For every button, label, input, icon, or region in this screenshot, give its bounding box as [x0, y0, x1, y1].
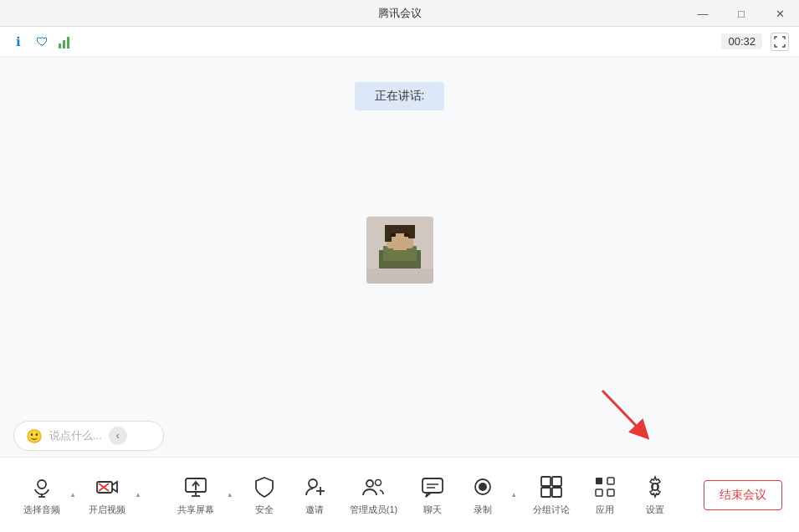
svg-rect-2: [67, 37, 69, 49]
invite-label: 邀请: [305, 504, 324, 516]
svg-rect-36: [541, 477, 551, 486]
audio-label: 选择音频: [23, 504, 60, 516]
members-icon: [360, 473, 387, 500]
tool-share[interactable]: 共享屏幕: [171, 468, 221, 521]
share-arrow[interactable]: ▲: [224, 482, 236, 509]
svg-point-29: [366, 480, 373, 487]
svg-rect-31: [423, 478, 443, 493]
tool-members[interactable]: 管理成员(1): [343, 468, 404, 521]
avatar-image: [366, 217, 433, 284]
svg-rect-11: [391, 233, 396, 237]
svg-rect-12: [404, 233, 409, 237]
tool-record[interactable]: 录制: [461, 468, 504, 521]
record-icon: [469, 473, 496, 500]
chat-collapse-arrow[interactable]: ‹: [109, 427, 127, 445]
security-label: 安全: [255, 504, 274, 516]
chat-placeholder: 说点什么...: [49, 428, 102, 443]
signal-icon[interactable]: [57, 33, 74, 50]
tool-settings[interactable]: 设置: [633, 468, 677, 521]
participant-avatar: [366, 217, 433, 284]
bottom-toolbar: 选择音频 ▲ 开启视频 ▲: [0, 457, 799, 532]
svg-rect-10: [408, 225, 415, 238]
svg-rect-0: [59, 43, 61, 49]
svg-rect-43: [607, 489, 614, 496]
app-title: 腾讯会议: [378, 6, 422, 21]
speaking-text: 正在讲话:: [375, 89, 425, 102]
video-arrow[interactable]: ▲: [132, 482, 144, 509]
svg-point-26: [309, 479, 317, 488]
main-content: 正在讲话:: [0, 57, 799, 457]
title-bar: 腾讯会议 — □ ✕: [0, 0, 799, 27]
tool-groups[interactable]: 分组讨论: [526, 468, 576, 521]
svg-rect-9: [385, 225, 392, 242]
svg-rect-42: [596, 489, 602, 496]
chat-icon: [419, 473, 446, 500]
apps-icon: [592, 473, 618, 500]
audio-arrow[interactable]: ▲: [67, 482, 79, 509]
invite-icon: [301, 473, 328, 500]
emoji-icon[interactable]: 🙂: [26, 428, 43, 444]
tool-invite[interactable]: 邀请: [293, 468, 336, 521]
svg-rect-37: [552, 477, 561, 486]
groups-label: 分组讨论: [533, 504, 570, 516]
svg-point-35: [479, 483, 487, 491]
info-bar: ℹ 🛡 00:32: [0, 27, 799, 57]
groups-icon: [538, 473, 565, 500]
share-icon: [182, 473, 209, 500]
meeting-timer: 00:32: [721, 33, 762, 49]
info-icon[interactable]: ℹ: [10, 33, 27, 50]
audio-icon: [28, 473, 55, 500]
info-right: 00:32: [721, 33, 789, 51]
chat-input-box[interactable]: 🙂 说点什么... ‹: [13, 421, 164, 451]
toolbar-left: 选择音频 ▲ 开启视频 ▲: [17, 468, 144, 521]
end-meeting-button[interactable]: 结束会议: [704, 480, 782, 510]
svg-rect-39: [552, 488, 561, 497]
svg-rect-13: [366, 269, 433, 284]
minimize-button[interactable]: —: [684, 0, 722, 27]
svg-point-16: [38, 480, 46, 489]
tool-apps[interactable]: 应用: [583, 468, 627, 521]
toolbar-right: 结束会议: [704, 480, 782, 510]
settings-label: 设置: [646, 504, 664, 516]
toolbar-center: 共享屏幕 ▲ 安全 邀请: [144, 468, 704, 521]
shield-icon[interactable]: 🛡: [33, 33, 50, 50]
svg-rect-1: [63, 40, 65, 49]
settings-icon: [642, 473, 668, 500]
chat-input-area: 🙂 说点什么... ‹: [0, 415, 799, 457]
window-controls: — □ ✕: [684, 0, 799, 27]
members-label: 管理成员(1): [350, 504, 397, 516]
info-icons: ℹ 🛡: [10, 33, 74, 50]
speaking-indicator: 正在讲话:: [355, 82, 445, 110]
svg-rect-38: [541, 488, 551, 497]
svg-rect-41: [607, 478, 614, 484]
participant-avatar-area: [366, 217, 433, 284]
tool-security[interactable]: 安全: [243, 468, 286, 521]
video-icon: [94, 473, 120, 500]
tool-chat[interactable]: 聊天: [411, 468, 454, 521]
chat-label: 聊天: [423, 504, 442, 516]
apps-label: 应用: [596, 504, 614, 516]
close-button[interactable]: ✕: [761, 0, 799, 27]
record-label: 录制: [474, 504, 492, 516]
svg-point-30: [376, 480, 382, 486]
share-label: 共享屏幕: [177, 504, 214, 516]
svg-rect-40: [596, 478, 602, 484]
record-arrow[interactable]: ▲: [508, 482, 520, 509]
security-icon: [251, 473, 278, 500]
maximize-button[interactable]: □: [722, 0, 761, 27]
fullscreen-button[interactable]: [771, 33, 789, 51]
tool-video[interactable]: 开启视频: [82, 468, 132, 521]
tool-audio[interactable]: 选择音频: [17, 468, 67, 521]
video-label: 开启视频: [89, 504, 125, 516]
